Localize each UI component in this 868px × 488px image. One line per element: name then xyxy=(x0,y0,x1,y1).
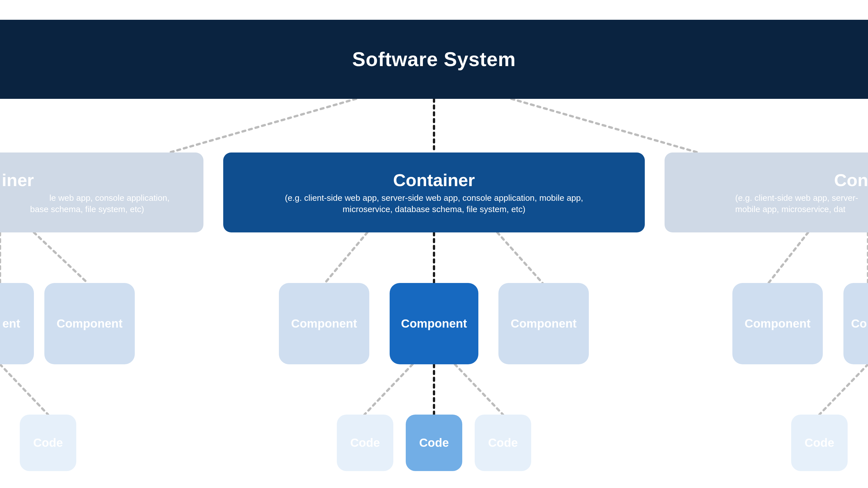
svg-line-11 xyxy=(365,364,412,415)
component-far-left-partial: ent xyxy=(0,283,34,364)
code-label: Code xyxy=(419,436,449,450)
container-right-subtitle1: (e.g. client-side web app, server- xyxy=(676,192,858,204)
container-center-active: Container (e.g. client-side web app, ser… xyxy=(223,153,645,232)
container-left-subtitle1: le web app, console application, xyxy=(50,192,192,204)
container-left-title: iner xyxy=(2,170,192,190)
container-center-title: Container xyxy=(393,170,475,190)
svg-line-3 xyxy=(169,99,356,153)
code-label: Code xyxy=(33,436,63,450)
component-far-right-partial: Co xyxy=(843,283,868,364)
svg-line-14 xyxy=(819,364,868,415)
code-label: Code xyxy=(805,436,834,450)
container-center-subtitle: (e.g. client-side web app, server-side w… xyxy=(279,192,589,215)
svg-line-8 xyxy=(34,232,88,283)
component-label: Component xyxy=(57,317,122,330)
component-label: Component xyxy=(291,317,357,330)
component-label: Component xyxy=(401,317,467,330)
component-label: Component xyxy=(745,317,810,330)
container-left-subtitle2: base schema, file system, etc) xyxy=(30,204,192,215)
component-label: Co xyxy=(851,317,867,330)
component-center-left: Component xyxy=(279,283,369,364)
svg-line-5 xyxy=(325,232,367,283)
software-system-title: Software System xyxy=(352,48,516,71)
container-right-subtitle2: mobile app, microservice, dat xyxy=(676,204,845,215)
code-center-right: Code xyxy=(475,415,531,471)
component-center-right: Component xyxy=(498,283,589,364)
container-right-title: Cont xyxy=(676,170,868,190)
code-center-active: Code xyxy=(406,415,462,471)
software-system-bar: Software System xyxy=(0,20,868,99)
svg-line-6 xyxy=(497,232,542,283)
component-right-1: Component xyxy=(733,283,823,364)
diagram-canvas: Software System iner le web app, console… xyxy=(0,0,868,488)
container-left-faded: iner le web app, console application, ba… xyxy=(0,153,204,232)
svg-line-4 xyxy=(512,99,698,153)
code-label: Code xyxy=(488,436,518,450)
svg-line-12 xyxy=(455,364,503,415)
container-right-faded: Cont (e.g. client-side web app, server- … xyxy=(664,153,868,232)
code-label: Code xyxy=(350,436,380,450)
component-left-2: Component xyxy=(44,283,135,364)
component-label: Component xyxy=(510,317,577,330)
code-far-right: Code xyxy=(791,415,848,471)
svg-line-13 xyxy=(0,364,48,415)
svg-line-9 xyxy=(769,232,808,283)
code-far-left: Code xyxy=(20,415,76,471)
code-center-left: Code xyxy=(337,415,393,471)
component-center-active: Component xyxy=(390,283,478,364)
component-label: ent xyxy=(0,317,20,330)
